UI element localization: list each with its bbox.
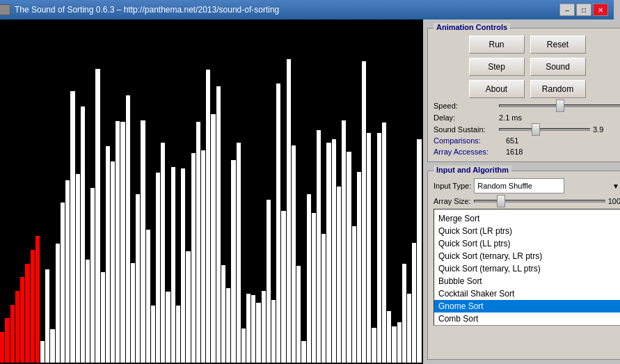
array-accesses-label: Array Accesses: <box>434 148 503 156</box>
array-size-value: 100 <box>608 197 620 205</box>
sound-sustain-slider[interactable] <box>499 128 590 131</box>
array-size-label: Array Size: <box>434 197 471 205</box>
list-item[interactable]: Comb Sort <box>434 312 620 325</box>
run-button[interactable]: Run <box>469 35 525 54</box>
bar <box>186 251 190 363</box>
bar <box>151 306 155 363</box>
right-panel: Animation Controls Run Reset Step Sound … <box>423 19 620 364</box>
bar <box>126 95 130 363</box>
bar <box>116 121 120 363</box>
bar <box>262 291 266 363</box>
bar <box>417 139 421 363</box>
bar <box>166 292 170 363</box>
select-arrow-icon: ▼ <box>612 182 619 190</box>
bar <box>201 150 205 363</box>
list-item[interactable]: Gnome Sort <box>434 300 620 312</box>
array-accesses-value: 1618 <box>506 148 523 156</box>
bar <box>76 174 80 363</box>
speed-row: Speed: <box>434 102 620 110</box>
array-size-slider[interactable] <box>474 200 605 203</box>
list-item[interactable]: Quick Sort (LL ptrs) <box>434 237 620 250</box>
input-algorithm-group: Input and Algorithm Input Type: Random S… <box>427 171 620 360</box>
bars-container <box>0 19 423 364</box>
bar <box>50 329 54 363</box>
bar <box>246 294 251 363</box>
bar <box>292 145 296 363</box>
bar <box>392 326 396 363</box>
input-algorithm-label: Input and Algorithm <box>434 166 511 174</box>
bar <box>296 266 301 363</box>
bar <box>156 173 160 363</box>
bar <box>367 133 371 363</box>
sound-sustain-value: 3.9 <box>593 125 620 134</box>
title-text: The Sound of Sorting 0.6.3 – http://pant… <box>15 5 279 15</box>
bar <box>196 122 200 363</box>
bar <box>95 69 100 363</box>
bar <box>372 328 376 363</box>
comparisons-label: Comparisons: <box>434 136 503 145</box>
bar <box>307 194 311 363</box>
sound-button[interactable]: Sound <box>530 58 586 76</box>
list-item[interactable]: Merge Sort <box>434 212 620 225</box>
bar <box>267 200 271 363</box>
bar <box>226 288 230 363</box>
bar <box>211 114 215 363</box>
bar <box>206 70 210 363</box>
bar <box>111 161 115 363</box>
bar <box>171 167 175 363</box>
animation-controls-group: Animation Controls Run Reset Step Sound … <box>427 28 620 162</box>
bar <box>31 250 35 363</box>
bar <box>382 122 386 363</box>
bar <box>407 294 411 363</box>
bar <box>332 139 336 363</box>
array-accesses-row: Array Accesses: 1618 <box>434 148 620 156</box>
main-content: Animation Controls Run Reset Step Sound … <box>0 19 614 364</box>
bar <box>120 122 125 363</box>
bar <box>301 341 305 363</box>
btn-row-3: About Random <box>434 80 620 98</box>
bar <box>412 243 416 363</box>
maximize-button[interactable]: □ <box>576 3 591 16</box>
bar <box>131 263 135 363</box>
title-bar-left: The Sound of Sorting 0.6.3 – http://pant… <box>0 4 279 15</box>
bar <box>181 168 185 363</box>
bar <box>86 260 90 363</box>
list-item[interactable]: Quick Sort (ternary, LR ptrs) <box>434 250 620 262</box>
reset-button[interactable]: Reset <box>530 35 586 54</box>
btn-row-1: Run Reset <box>434 35 620 54</box>
list-item[interactable]: Bubble Sort <box>434 275 620 287</box>
bar <box>271 300 276 363</box>
animation-controls-label: Animation Controls <box>434 23 510 31</box>
minimize-button[interactable]: – <box>559 3 575 16</box>
bar <box>287 59 291 363</box>
close-button[interactable]: ✕ <box>593 3 608 16</box>
bar <box>241 329 246 363</box>
bar <box>15 291 19 363</box>
bar <box>5 318 9 363</box>
bar <box>326 143 331 363</box>
bar <box>176 306 180 363</box>
delay-value: 2.1 ms <box>499 113 527 122</box>
bar <box>387 311 391 363</box>
step-button[interactable]: Step <box>469 58 525 76</box>
list-item[interactable]: Quick Sort (ternary, LL ptrs) <box>434 262 620 275</box>
speed-label: Speed: <box>434 102 496 110</box>
bar <box>101 272 105 363</box>
comparisons-value: 651 <box>506 136 518 145</box>
bar <box>25 264 29 363</box>
btn-row-2: Step Sound <box>434 58 620 76</box>
bar <box>377 133 381 363</box>
bar <box>0 332 4 363</box>
bar <box>141 120 145 363</box>
bar <box>402 264 406 363</box>
list-item[interactable]: Cocktail Shaker Sort <box>434 287 620 300</box>
list-item[interactable]: Quick Sort (LR ptrs) <box>434 225 620 237</box>
random-button[interactable]: Random <box>530 80 586 98</box>
speed-slider[interactable] <box>499 104 620 107</box>
about-button[interactable]: About <box>469 80 525 98</box>
bar <box>337 187 341 363</box>
bar <box>221 265 225 363</box>
algorithm-list[interactable]: Selection SortInsertion SortMerge SortQu… <box>434 209 620 326</box>
input-type-select[interactable]: Random ShuffleSortedReverse SortedNearly… <box>474 178 564 193</box>
bar <box>216 86 221 363</box>
